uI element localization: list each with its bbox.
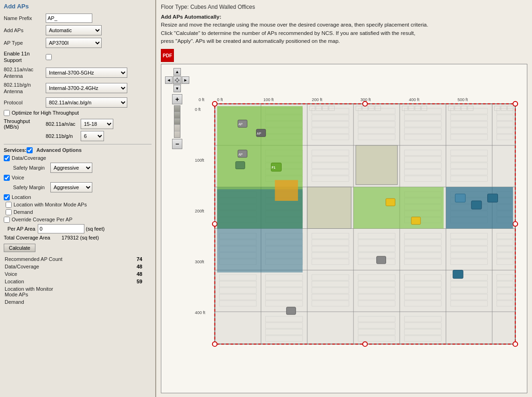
name-prefix-row: Name Prefix xyxy=(4,14,152,23)
protocol-label: Protocol xyxy=(4,99,46,106)
ruler-left-100ft: 100ft xyxy=(195,158,204,163)
coverage-area-yellow-1 xyxy=(275,180,298,201)
marker-bl xyxy=(213,342,217,346)
instruction-box: Add APs Automatically: Resize and move t… xyxy=(161,13,527,45)
marker-tr xyxy=(513,102,518,106)
protocol-select[interactable]: 802.11a/n/ac.b/g/n 802.11a/n 802.11b/g/n xyxy=(46,97,127,108)
map-container[interactable]: ▲ ◄ ► ▼ + xyxy=(161,64,527,393)
services-row: Services: Advanced Options xyxy=(4,147,152,153)
zoom-slider-track xyxy=(174,106,180,137)
voice-checkbox[interactable] xyxy=(4,175,10,181)
marker-ml xyxy=(213,222,217,226)
data-coverage-checkbox[interactable] xyxy=(4,155,10,161)
divider-services xyxy=(4,144,152,144)
svg-marker-0 xyxy=(176,77,178,79)
ap-label-1: AP xyxy=(238,123,243,126)
marker-tl xyxy=(213,102,217,106)
location-monitor-result-label: Location with MonitorMode APs xyxy=(5,286,137,297)
ap-marker-blue-1 xyxy=(455,194,465,202)
demand-result-row: Demand xyxy=(4,299,152,305)
total-coverage-value: 179312 xyxy=(62,235,79,240)
name-prefix-label: Name Prefix xyxy=(4,15,46,21)
ap-label-2: AP xyxy=(257,132,262,135)
per-ap-area-input[interactable] xyxy=(38,224,84,233)
antenna-a-label: 802.11a/n/acAntenna xyxy=(4,66,46,80)
nav-left-button[interactable]: ◄ xyxy=(165,76,173,84)
zoom-seg-1 xyxy=(174,106,180,112)
total-coverage-label: Total Coverage Area xyxy=(4,235,60,240)
ap-type-label: AP Type xyxy=(4,40,46,46)
nav-down-button[interactable]: ▼ xyxy=(173,85,181,92)
ap-marker-blue-3 xyxy=(488,194,498,202)
location-result-row: Location 59 xyxy=(4,278,152,285)
throughput-b-select[interactable]: 6 3 9 xyxy=(81,131,104,141)
marker-mr xyxy=(513,222,518,226)
ap-type-select[interactable]: AP3700I AP3700E xyxy=(46,38,102,48)
map-toolbar: PDF xyxy=(161,49,527,62)
data-safety-select[interactable]: Aggressive Nominal Conservative xyxy=(50,163,92,173)
per-ap-area-label: Per AP Area xyxy=(4,226,36,232)
zoom-out-button[interactable]: − xyxy=(172,139,182,149)
zoom-seg-3 xyxy=(174,119,180,125)
total-coverage-row: Total Coverage Area 179312 (sq feet) xyxy=(4,235,152,240)
calculate-button[interactable]: Calculate xyxy=(4,244,35,252)
override-coverage-checkbox[interactable] xyxy=(4,217,10,223)
marker-br xyxy=(513,342,518,346)
ap-marker-blue-2 xyxy=(471,201,482,209)
enable11n-checkbox[interactable] xyxy=(46,54,52,60)
panel-title: Add APs xyxy=(4,3,152,10)
data-coverage-result-row: Data/Coverage 48 xyxy=(4,263,152,270)
throughput-row-b: 802.11b/g/n 6 3 9 xyxy=(4,131,152,141)
per-ap-area-unit: (sq feet) xyxy=(86,226,104,232)
voice-result-row: Voice 48 xyxy=(4,271,152,277)
throughput-a-sublabel: 802.11a/n/ac xyxy=(46,121,81,127)
name-prefix-input[interactable] xyxy=(46,14,92,23)
ruler-label-400ft: 400 ft xyxy=(409,97,420,102)
optimize-checkbox[interactable] xyxy=(4,110,10,116)
left-scroll[interactable]: Add APs Name Prefix Add APs Automatic Ma… xyxy=(0,0,155,397)
enable11n-row: Enable 11nSupport xyxy=(4,50,152,64)
walled-office-2 xyxy=(356,145,397,185)
zoom-slider[interactable] xyxy=(174,105,180,138)
ruler-label-0ft-left: 0 ft xyxy=(199,97,205,102)
floor-map-svg: 0 ft 0 ft 100 ft 200 ft 300 ft 400 ft 50… xyxy=(194,64,527,393)
location-monitor-label: Location with Monitor Mode APs xyxy=(14,202,87,207)
voice-result-value: 48 xyxy=(137,271,151,277)
pdf-export-button[interactable]: PDF xyxy=(161,49,174,62)
nav-up-button[interactable]: ▲ xyxy=(173,68,181,75)
total-coverage-unit: (sq feet) xyxy=(80,235,99,240)
advanced-options-checkbox[interactable] xyxy=(27,147,33,153)
antenna-a-row: 802.11a/n/acAntenna Internal-3700-5GHz E… xyxy=(4,66,152,80)
demand-checkbox[interactable] xyxy=(6,209,12,215)
antenna-b-select[interactable]: Internal-3700-2.4GHz External-2.4GHz xyxy=(46,83,127,93)
throughput-b-sublabel: 802.11b/g/n xyxy=(46,133,81,139)
ruler-left-0ft: 0 ft xyxy=(195,107,201,112)
ap-marker-4 xyxy=(235,162,245,169)
map-controls: ▲ ◄ ► ▼ + xyxy=(165,68,189,150)
advanced-options-label: Advanced Options xyxy=(36,147,82,153)
zoom-in-button[interactable]: + xyxy=(172,94,182,104)
instruction-body: Resize and move the rectangle using the … xyxy=(161,22,428,44)
ap-marker-lower-2 xyxy=(453,270,463,279)
ap-marker-lower-3 xyxy=(286,307,296,315)
ruler-label-200ft: 200 ft xyxy=(312,97,323,102)
antenna-a-select[interactable]: Internal-3700-5GHz External-5GHz xyxy=(46,68,127,78)
location-monitor-row: Location with Monitor Mode APs xyxy=(4,202,152,208)
throughput-a-select[interactable]: 15-18 10-15 20-25 xyxy=(81,119,113,129)
voice-safety-label: Safety Margin xyxy=(13,185,50,190)
voice-safety-select[interactable]: Aggressive Nominal Conservative xyxy=(50,182,92,192)
location-checkbox[interactable] xyxy=(4,194,10,200)
right-panel: Floor Type: Cubes And Walled Offices Add… xyxy=(156,0,532,397)
data-coverage-result-label: Data/Coverage xyxy=(5,264,137,269)
services-label: Services: xyxy=(4,147,27,153)
location-result-label: Location xyxy=(5,279,137,284)
add-aps-select[interactable]: Automatic Manual xyxy=(46,25,102,35)
recommended-ap-value: 74 xyxy=(137,256,151,262)
map-svg-area: 0 ft 0 ft 100 ft 200 ft 300 ft 400 ft 50… xyxy=(194,64,527,393)
throughput-section: Throughput(MB/s) 802.11a/n/ac 15-18 10-1… xyxy=(4,118,152,141)
nav-right-button[interactable]: ► xyxy=(182,76,189,84)
override-coverage-row: Override Coverage Per AP xyxy=(4,217,152,223)
location-monitor-checkbox[interactable] xyxy=(6,202,12,208)
data-safety-row: Safety Margin Aggressive Nominal Conserv… xyxy=(4,163,152,173)
location-label: Location xyxy=(12,194,31,200)
